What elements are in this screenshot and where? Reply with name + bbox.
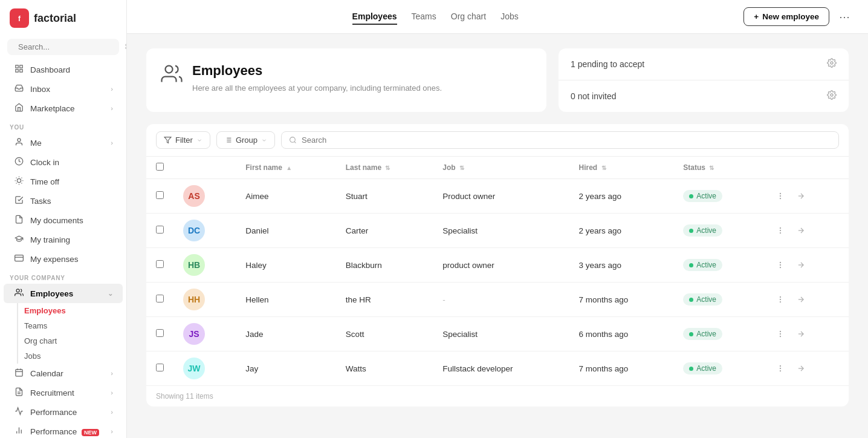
row-navigate-button[interactable]: [792, 188, 809, 204]
avatar: JW: [183, 358, 205, 379]
row-checkbox[interactable]: [156, 191, 164, 199]
sort-job-icon: ⇅: [459, 165, 464, 171]
sidebar-sub-employees[interactable]: Employees: [18, 303, 123, 318]
svg-rect-19: [15, 255, 23, 261]
sidebar-item-clock-in[interactable]: Clock in: [4, 152, 123, 172]
tasks-icon: [13, 195, 24, 206]
col-last-name[interactable]: Last name ⇅: [336, 157, 433, 179]
row-more-button[interactable]: [772, 188, 789, 204]
sidebar-item-my-training[interactable]: My training: [4, 230, 123, 249]
row-navigate-button[interactable]: [792, 257, 809, 273]
search-input[interactable]: [18, 42, 120, 51]
training-icon: [13, 234, 24, 245]
sidebar-item-recruitment[interactable]: Recruitment ›: [4, 383, 123, 402]
tab-jobs[interactable]: Jobs: [500, 9, 519, 25]
table-row: DC Daniel Carter Specialist 2 years ago …: [146, 214, 849, 248]
filter-icon: [164, 136, 172, 144]
sidebar-search[interactable]: ⌘K: [7, 39, 119, 55]
row-avatar-cell: JW: [173, 351, 236, 386]
row-checkbox[interactable]: [156, 295, 164, 302]
row-checkbox[interactable]: [156, 329, 164, 337]
row-checkbox[interactable]: [156, 226, 164, 234]
row-navigate-button[interactable]: [792, 222, 809, 239]
row-job: product owner: [433, 248, 569, 283]
table-header-row: First name ▲ Last name ⇅ Job ⇅: [146, 157, 849, 179]
row-actions: [772, 222, 839, 239]
sidebar-sub-jobs[interactable]: Jobs: [18, 348, 123, 364]
row-checkbox[interactable]: [156, 364, 164, 371]
time-off-icon: [13, 176, 24, 187]
status-badge: Active: [683, 293, 722, 306]
stat-pending: 1 pending to accept: [559, 48, 849, 80]
col-hired[interactable]: Hired ⇅: [569, 157, 674, 179]
filter-chevron-icon: [196, 137, 202, 143]
stat-gear-icon-2[interactable]: [827, 90, 837, 102]
row-more-button[interactable]: [772, 257, 789, 273]
sort-hired-icon: ⇅: [601, 165, 606, 171]
row-checkbox-cell: [146, 283, 173, 317]
employees-sub-group: Employees Teams Org chart Jobs: [17, 303, 123, 364]
sidebar-item-my-documents[interactable]: My documents: [4, 211, 123, 230]
sidebar-item-calendar[interactable]: Calendar ›: [4, 364, 123, 383]
sidebar-sub-org-chart[interactable]: Org chart: [18, 333, 123, 348]
sidebar-item-employees[interactable]: Employees ⌄: [4, 284, 123, 303]
row-navigate-button[interactable]: [792, 325, 809, 342]
stat-gear-icon[interactable]: [827, 58, 837, 70]
select-all-checkbox[interactable]: [156, 163, 164, 171]
row-more-button[interactable]: [772, 360, 789, 377]
status-badge: Active: [683, 259, 722, 271]
tab-org-chart[interactable]: Org chart: [451, 9, 486, 25]
sidebar-item-tasks[interactable]: Tasks: [4, 191, 123, 211]
group-icon: [224, 136, 232, 144]
tab-employees[interactable]: Employees: [352, 9, 397, 25]
table-search-input[interactable]: [302, 136, 831, 145]
table-row: HH Hellen the HR - 7 months ago Active: [146, 283, 849, 317]
sidebar-item-performance[interactable]: Performance ›: [4, 402, 123, 422]
row-avatar-cell: DC: [173, 214, 236, 248]
recruitment-icon: [13, 387, 24, 398]
col-job[interactable]: Job ⇅: [433, 157, 569, 179]
row-actions: [772, 325, 839, 342]
row-navigate-button[interactable]: [792, 291, 809, 308]
row-more-button[interactable]: [772, 325, 789, 342]
new-employee-button[interactable]: + New employee: [743, 7, 829, 26]
sidebar-item-label: Performance: [30, 408, 77, 417]
sidebar-sub-teams[interactable]: Teams: [18, 318, 123, 333]
filter-button[interactable]: Filter: [156, 131, 210, 149]
col-first-name[interactable]: First name ▲: [236, 157, 335, 179]
sidebar-item-me[interactable]: Me ›: [4, 133, 123, 152]
tab-teams[interactable]: Teams: [412, 9, 436, 25]
sidebar-item-dashboard[interactable]: Dashboard: [4, 60, 123, 79]
sidebar-item-label: Inbox: [30, 85, 50, 94]
row-checkbox-cell: [146, 317, 173, 351]
sidebar-item-my-expenses[interactable]: My expenses: [4, 249, 123, 269]
sidebar-item-label: Recruitment: [30, 388, 74, 397]
row-avatar-cell: HH: [173, 283, 236, 317]
svg-rect-4: [15, 65, 18, 68]
row-more-button[interactable]: [772, 222, 789, 239]
sidebar-item-time-off[interactable]: Time off: [4, 172, 123, 191]
row-more-button[interactable]: [772, 291, 789, 308]
svg-point-33: [831, 94, 833, 96]
table-search[interactable]: [281, 131, 839, 149]
page-header: Employees Here are all the employees at …: [146, 48, 849, 112]
logo-text: factorial: [34, 12, 76, 25]
performance-new-icon: [13, 426, 24, 437]
row-checkbox[interactable]: [156, 260, 164, 268]
row-hired: 6 months ago: [569, 317, 674, 351]
svg-rect-22: [15, 370, 22, 376]
sidebar-item-marketplace[interactable]: Marketplace ›: [4, 99, 123, 118]
svg-point-41: [290, 137, 296, 143]
svg-point-61: [780, 336, 781, 337]
more-options-button[interactable]: ⋯: [835, 8, 853, 26]
row-navigate-button[interactable]: [792, 360, 809, 377]
section-label-you: YOU: [0, 118, 126, 133]
col-status[interactable]: Status ⇅: [673, 157, 762, 179]
row-avatar-cell: HB: [173, 248, 236, 283]
group-button[interactable]: Group: [216, 131, 275, 149]
row-status: Active: [673, 248, 762, 283]
row-job: Product owner: [433, 179, 569, 214]
sidebar-item-inbox[interactable]: Inbox ›: [4, 79, 123, 99]
sidebar-item-performance-new[interactable]: Performance NEW ›: [4, 422, 123, 438]
stat-not-invited: 0 not invited: [559, 80, 849, 112]
